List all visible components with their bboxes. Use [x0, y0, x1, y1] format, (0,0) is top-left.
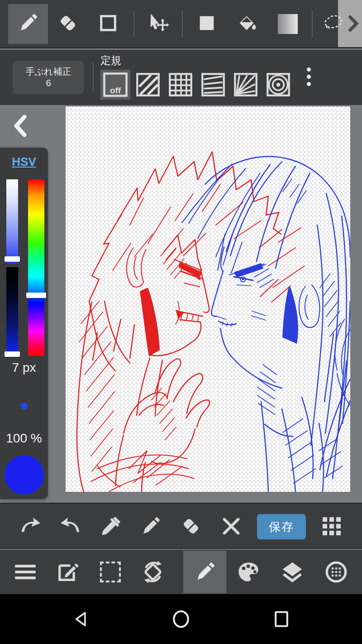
toolbar-divider — [133, 11, 134, 37]
edit-compose-icon — [56, 560, 79, 584]
selection-marquee-icon — [100, 562, 121, 582]
select-button[interactable] — [89, 551, 132, 593]
layers-button[interactable] — [271, 551, 314, 593]
ruler-parallel-button[interactable] — [133, 70, 163, 100]
ruler-label: 定規 — [100, 53, 121, 67]
stabilization-button[interactable]: 手ぶれ補正 6 — [13, 61, 84, 94]
pen-icon — [193, 560, 217, 584]
eraser-tool-button[interactable] — [176, 512, 205, 541]
app-screen: 手ぶれ補正 6 定規 off — [0, 0, 362, 644]
chevron-right-icon — [347, 14, 360, 33]
tool-gradient-button[interactable] — [268, 4, 308, 44]
rectangle-outline-icon — [98, 13, 119, 35]
drawing-canvas[interactable] — [66, 106, 350, 492]
tool-shape-rect-button[interactable] — [88, 4, 128, 44]
ruler-horizontal-button[interactable] — [198, 70, 228, 100]
opacity-label: 100 % — [0, 431, 48, 446]
canvas-sketch — [66, 106, 350, 492]
screentone-icon — [324, 560, 348, 584]
ruler-off-button[interactable]: off — [100, 70, 130, 100]
back-chevron-icon — [10, 113, 32, 139]
canvas-workspace: HSV 7 px 100 % — [0, 105, 362, 503]
tool-toolbar — [0, 0, 362, 48]
hsv-mode-tab[interactable]: HSV — [0, 155, 48, 169]
svg-text:off: off — [110, 86, 121, 95]
brush-size-slider-thumb[interactable] — [21, 403, 28, 409]
palette-icon — [236, 560, 261, 584]
ruler-concentric-icon — [266, 72, 291, 97]
value-handle[interactable] — [5, 351, 20, 357]
android-home-button[interactable] — [170, 608, 192, 630]
eyedropper-button[interactable] — [96, 512, 125, 541]
ruler-toolbar: 手ぶれ補正 6 定規 off — [0, 50, 362, 105]
ruler-grid-icon — [168, 72, 193, 97]
android-home-icon — [171, 609, 191, 630]
more-dots-icon — [307, 67, 311, 72]
ruler-rays-button[interactable] — [231, 70, 261, 100]
pen-icon — [139, 515, 162, 538]
android-back-icon — [72, 609, 91, 630]
stabilization-value: 6 — [46, 77, 51, 89]
stabilization-label: 手ぶれ補正 — [26, 66, 71, 77]
paint-bucket-icon — [235, 12, 258, 36]
filled-square-icon — [196, 13, 217, 35]
menu-button[interactable] — [4, 551, 47, 593]
pen-mode-button[interactable] — [183, 551, 226, 593]
redo-icon — [58, 514, 83, 538]
clear-button[interactable] — [217, 512, 246, 541]
tool-pen-button[interactable] — [8, 4, 48, 44]
color-panel: HSV 7 px 100 % — [0, 148, 48, 499]
eraser-icon — [180, 515, 202, 537]
menu-grid-button[interactable] — [317, 512, 346, 541]
android-recents-icon — [272, 609, 291, 630]
sketch-blue-figure — [182, 157, 350, 492]
saturation-handle[interactable] — [5, 256, 20, 262]
ruler-horizontal-icon — [200, 72, 226, 97]
toolbar-divider — [312, 11, 313, 37]
tool-bucket-fill-button[interactable] — [227, 4, 267, 44]
eyedropper-icon — [99, 514, 123, 538]
close-x-icon — [221, 516, 242, 537]
hue-slider[interactable] — [28, 179, 44, 356]
undo-button[interactable] — [16, 512, 45, 541]
hamburger-icon — [15, 562, 36, 582]
ruler-rays-icon — [233, 72, 258, 97]
tool-eraser-button[interactable] — [48, 4, 88, 44]
hue-handle[interactable] — [26, 293, 46, 298]
grid-menu-icon — [323, 517, 341, 535]
android-navbar — [0, 594, 362, 644]
ruler-concentric-button[interactable] — [263, 70, 293, 100]
rotate-button[interactable] — [131, 551, 174, 593]
save-button[interactable]: 保存 — [257, 514, 306, 539]
undo-icon — [18, 514, 43, 538]
ruler-grid-button[interactable] — [166, 70, 195, 100]
palette-button[interactable] — [227, 551, 270, 593]
lasso-icon — [320, 13, 345, 35]
ruler-more-button[interactable] — [307, 64, 311, 89]
ruler-parallel-icon — [135, 72, 161, 97]
android-back-button[interactable] — [70, 608, 93, 630]
current-color-swatch[interactable] — [5, 455, 44, 495]
pen-tool-button[interactable] — [136, 512, 165, 541]
move-cursor-icon — [147, 12, 170, 36]
material-button[interactable] — [314, 551, 357, 593]
android-recents-button[interactable] — [270, 608, 293, 630]
main-toolbar — [0, 550, 362, 594]
tool-lasso-button[interactable] — [317, 4, 348, 44]
layers-icon — [280, 560, 305, 584]
eraser-icon — [57, 12, 79, 36]
redo-button[interactable] — [56, 512, 85, 541]
saturation-slider[interactable] — [6, 179, 18, 264]
back-button[interactable] — [10, 113, 32, 139]
tool-transform-move-button[interactable] — [138, 4, 178, 44]
value-slider[interactable] — [6, 267, 18, 356]
brush-size-label: 7 px — [0, 360, 48, 375]
edit-button[interactable] — [46, 551, 89, 593]
sketch-red-figure — [77, 152, 305, 492]
rotate-canvas-icon — [141, 560, 165, 584]
action-toolbar: 保存 — [0, 503, 362, 549]
pen-icon — [17, 12, 39, 36]
tool-fill-rect-button[interactable] — [187, 4, 227, 44]
ruler-divider — [93, 62, 94, 92]
gradient-square-icon — [278, 14, 298, 34]
